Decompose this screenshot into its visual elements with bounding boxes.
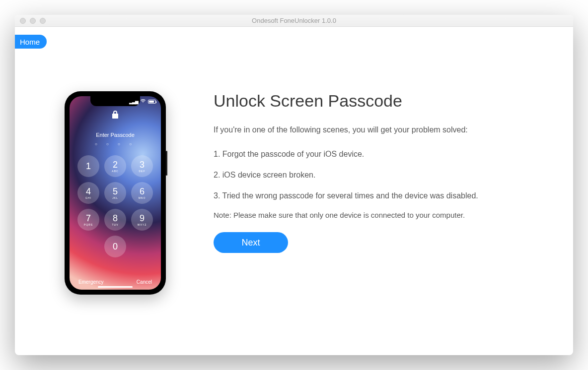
text-column: Unlock Screen Passcode If you're in one … bbox=[214, 91, 538, 295]
next-button[interactable]: Next bbox=[214, 232, 288, 253]
key-num: 0 bbox=[113, 242, 118, 251]
key-sub: PQRS bbox=[84, 223, 93, 226]
key-num: 9 bbox=[140, 214, 145, 223]
key-sub: GHI bbox=[85, 196, 91, 199]
keypad-key: 8TUV bbox=[104, 209, 126, 231]
key-num: 4 bbox=[86, 187, 91, 196]
scenario-1: 1. Forgot the passcode of your iOS devic… bbox=[214, 148, 492, 160]
passcode-dots: ○ ○ ○ ○ bbox=[70, 142, 161, 146]
keypad-key: 5JKL bbox=[104, 182, 126, 204]
keypad: 1 2ABC 3DEF 4GHI 5JKL 6MNO 7PQRS 8TUV 9W… bbox=[70, 155, 161, 257]
key-sub: JKL bbox=[112, 196, 118, 199]
phone-screen: ▂▃▅ Enter Passcode ○ ○ ○ ○ 1 2ABC bbox=[70, 96, 161, 290]
emergency-label: Emergency bbox=[78, 279, 104, 285]
phone-bottom-bar: Emergency Cancel bbox=[70, 279, 161, 285]
key-num: 7 bbox=[86, 214, 91, 223]
scenario-2: 2. iOS device screen broken. bbox=[214, 169, 492, 181]
key-sub: DEF bbox=[139, 170, 146, 173]
phone-frame: ▂▃▅ Enter Passcode ○ ○ ○ ○ 1 2ABC bbox=[65, 91, 166, 295]
scenario-3: 3. Tried the wrong passcode for several … bbox=[214, 190, 492, 202]
key-sub: TUV bbox=[112, 223, 119, 226]
note-text: Note: Please make sure that only one dev… bbox=[214, 211, 538, 219]
keypad-key: 9WXYZ bbox=[131, 209, 153, 231]
window-title: Ondesoft FoneUnlocker 1.0.0 bbox=[15, 17, 573, 24]
phone-illustration: ▂▃▅ Enter Passcode ○ ○ ○ ○ 1 2ABC bbox=[65, 91, 179, 295]
signal-icon: ▂▃▅ bbox=[129, 99, 138, 104]
keypad-key: 6MNO bbox=[131, 182, 153, 204]
key-sub: ABC bbox=[112, 170, 118, 173]
keypad-key: 0 bbox=[104, 236, 126, 257]
key-sub: MNO bbox=[139, 196, 146, 199]
home-indicator bbox=[98, 286, 133, 288]
keypad-key: 7PQRS bbox=[77, 209, 99, 231]
keypad-key: 3DEF bbox=[131, 155, 153, 177]
key-sub: WXYZ bbox=[138, 223, 147, 226]
app-window: Ondesoft FoneUnlocker 1.0.0 Home ▂▃▅ bbox=[15, 15, 573, 355]
page-title: Unlock Screen Passcode bbox=[214, 91, 538, 111]
key-num: 6 bbox=[140, 187, 145, 196]
wifi-icon bbox=[140, 99, 146, 104]
titlebar: Ondesoft FoneUnlocker 1.0.0 bbox=[15, 15, 573, 27]
home-tab[interactable]: Home bbox=[15, 35, 47, 49]
key-num: 2 bbox=[113, 160, 118, 169]
battery-icon bbox=[148, 100, 156, 104]
enter-passcode-label: Enter Passcode bbox=[70, 132, 161, 138]
intro-text: If you're in one of the following scenes… bbox=[214, 125, 538, 134]
cancel-label: Cancel bbox=[137, 279, 152, 285]
key-num: 8 bbox=[113, 214, 118, 223]
keypad-key: 1 bbox=[77, 155, 99, 177]
key-num: 5 bbox=[113, 187, 118, 196]
keypad-key: 2ABC bbox=[104, 155, 126, 177]
lock-icon bbox=[70, 110, 161, 121]
keypad-key: 4GHI bbox=[77, 182, 99, 204]
key-num: 1 bbox=[86, 162, 91, 171]
content-area: ▂▃▅ Enter Passcode ○ ○ ○ ○ 1 2ABC bbox=[15, 27, 573, 295]
home-tab-label: Home bbox=[20, 38, 40, 46]
status-bar: ▂▃▅ bbox=[129, 99, 156, 104]
key-num: 3 bbox=[140, 160, 145, 169]
